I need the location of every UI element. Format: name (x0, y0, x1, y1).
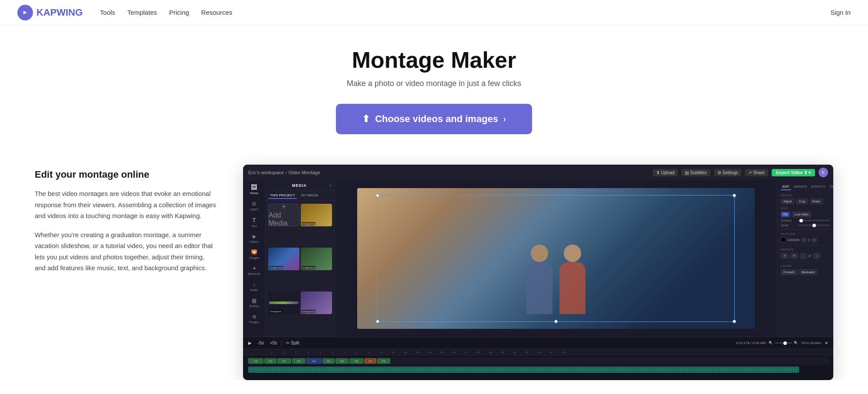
handle-bc[interactable] (554, 320, 558, 323)
back-5s-button[interactable]: -5s (256, 340, 266, 346)
media-panel-close[interactable]: ‹ (330, 183, 331, 188)
props-tab-effects[interactable]: EFFECTS (810, 184, 827, 190)
track-seg-4[interactable]: img (292, 358, 305, 364)
track-seg-6[interactable]: img (322, 358, 335, 364)
adjust-button[interactable]: Adjust (781, 199, 794, 204)
add-media-button[interactable]: + Add Media (268, 204, 299, 226)
rotate-minus[interactable]: − (800, 253, 807, 259)
section-label-image: IMAGE (781, 194, 830, 197)
zoom-out-icon[interactable]: 🔍 (769, 341, 773, 345)
media-thumb-1[interactable]: image.png (301, 204, 332, 226)
body-para-2: Whether you're creating a graduation mon… (35, 229, 217, 274)
section-heading: Edit your montage online (35, 169, 217, 180)
nav-resources[interactable]: Resources (201, 9, 233, 16)
settings-button[interactable]: ⚙ Settings (714, 169, 742, 176)
rotate-ccw[interactable]: ↺ (781, 253, 789, 259)
sidebar-item-images[interactable]: 🌄 Images (249, 249, 259, 259)
fwd-5s-button[interactable]: +5s (268, 340, 279, 346)
sidebar-item-media[interactable]: 🖼 Media (250, 184, 258, 195)
audio-track[interactable] (248, 367, 799, 373)
section-label-outline: OUTLINE (781, 232, 830, 235)
sign-in-button[interactable]: Sign In (830, 9, 851, 16)
subtitles-button[interactable]: ▤ Subtitles (681, 169, 710, 176)
ruler-mark-22: 22 (521, 351, 533, 354)
body-para-1: The best video montages are videos that … (35, 188, 217, 222)
track-seg-9[interactable]: img (364, 358, 376, 364)
editor-column: Eric's workspace › Video Montage ⬆ Uploa… (243, 165, 833, 380)
media-thumb-4[interactable]: image.png (301, 291, 332, 314)
ruler-mark-12: 12 (399, 351, 411, 354)
props-tab-timing[interactable]: TIMING (828, 184, 833, 190)
split-button[interactable]: ✂ Split (284, 340, 301, 346)
props-tab-edit[interactable]: EDIT (781, 184, 791, 190)
close-timeline-button[interactable]: ✕ (823, 340, 830, 346)
sidebar-item-audio[interactable]: ♪ Audio (250, 281, 258, 291)
editor-mockup: Eric's workspace › Video Montage ⬆ Uploa… (243, 165, 833, 380)
topbar-actions: ⬆ Upload ▤ Subtitles ⚙ Settings ↗ Share … (653, 168, 828, 177)
props-tab-animate[interactable]: ANIMATE (792, 184, 809, 190)
forward-button[interactable]: Forward (781, 269, 797, 275)
zoom-slider[interactable] (798, 225, 830, 226)
track-seg-2[interactable]: img (264, 358, 276, 364)
ruler-mark-8: 8 (351, 351, 363, 354)
erase-button[interactable]: Erase (810, 199, 823, 204)
ruler-mark-17: 17 (460, 351, 472, 354)
corners-slider[interactable] (798, 220, 830, 221)
timeline: ▶ -5s +5s ✂ Split 0:13.178 / 0:24.450 🔍 … (243, 337, 833, 380)
media-thumb-3[interactable]: image.png (301, 248, 332, 270)
media-tab-mymedia[interactable]: MY MEDIA (299, 192, 320, 199)
sidebar-item-text[interactable]: T Text (251, 217, 257, 228)
zoom-label: Zoom (781, 224, 796, 227)
track-seg-3[interactable]: img (277, 358, 291, 364)
section-label-rotate: ROTATE (781, 248, 830, 251)
media-thumb-hangtime[interactable]: Hangtime (268, 291, 299, 314)
nav-pricing[interactable]: Pricing (169, 9, 189, 16)
hero-section: Montage Maker Make a photo or video mont… (0, 25, 868, 147)
rotate-plus[interactable]: + (813, 253, 820, 259)
crop-button[interactable]: Crop (796, 199, 808, 204)
handle-br[interactable] (733, 320, 736, 323)
track-seg-8[interactable]: img (349, 358, 363, 364)
fill-button[interactable]: Fill (781, 212, 790, 217)
track-seg-7[interactable]: img (335, 358, 349, 364)
lock-ratio-button[interactable]: Lock Ratio (792, 212, 811, 217)
chevron-right-icon: › (503, 115, 506, 124)
timeline-ruler: 1 2 3 4 5 6 7 8 9 10 11 12 13 14 (243, 349, 833, 355)
handle-tr[interactable] (733, 194, 736, 197)
image-actions-row: Adjust Crop Erase (781, 199, 830, 204)
track-seg-10[interactable]: img (377, 358, 390, 364)
zoom-in-icon[interactable]: 🔍 (794, 341, 798, 345)
zoom-slider-track[interactable] (775, 342, 792, 344)
color-swatch[interactable] (781, 237, 786, 242)
handle-bl[interactable] (376, 320, 379, 323)
track-seg-5[interactable]: img (306, 358, 322, 364)
handle-tl[interactable] (376, 194, 379, 197)
sidebar-item-elements[interactable]: ✦ Elements (248, 265, 260, 275)
rotate-cw[interactable]: ↻ (790, 253, 798, 259)
sidebar-item-plugins[interactable]: ⊕ Plugins (249, 314, 259, 324)
play-button[interactable]: ▶ (247, 340, 253, 346)
outline-plus[interactable]: + (812, 238, 817, 242)
nav-tools[interactable]: Tools (100, 9, 115, 16)
export-button[interactable]: Export Video ⬆ ▾ (772, 169, 815, 176)
share-button[interactable]: ↗ Share (745, 169, 768, 176)
sidebar-item-videos[interactable]: ▶ Videos (250, 234, 259, 243)
ruler-mark-13: 13 (411, 351, 424, 354)
ruler-mark-24: 24 (545, 351, 557, 354)
logo-link[interactable]: KAPWING (17, 5, 82, 20)
zoom-row: Zoom (781, 224, 830, 227)
media-thumb-2[interactable]: image.png (268, 248, 299, 270)
backward-button[interactable]: Backward (799, 269, 818, 275)
cta-button[interactable]: ⬆ Choose videos and images › (336, 104, 532, 134)
outline-minus[interactable]: − (801, 238, 806, 242)
upload-button[interactable]: ⬆ Upload (653, 169, 678, 176)
avatar: E (819, 168, 828, 177)
sidebar-item-layers[interactable]: ⧉ Layers (250, 201, 259, 211)
icon-sidebar: 🖼 Media ⧉ Layers T Text ▶ Videos (243, 180, 266, 337)
media-tab-project[interactable]: THIS PROJECT (268, 192, 297, 199)
time-display: 0:13.178 / 0:24.450 (736, 341, 766, 345)
nav-templates[interactable]: Templates (127, 9, 157, 16)
breadcrumb: Eric's workspace › Video Montage (248, 170, 320, 175)
track-seg-1[interactable]: img (248, 358, 263, 364)
sidebar-item-scenes[interactable]: ▦ Scenes (249, 298, 259, 308)
